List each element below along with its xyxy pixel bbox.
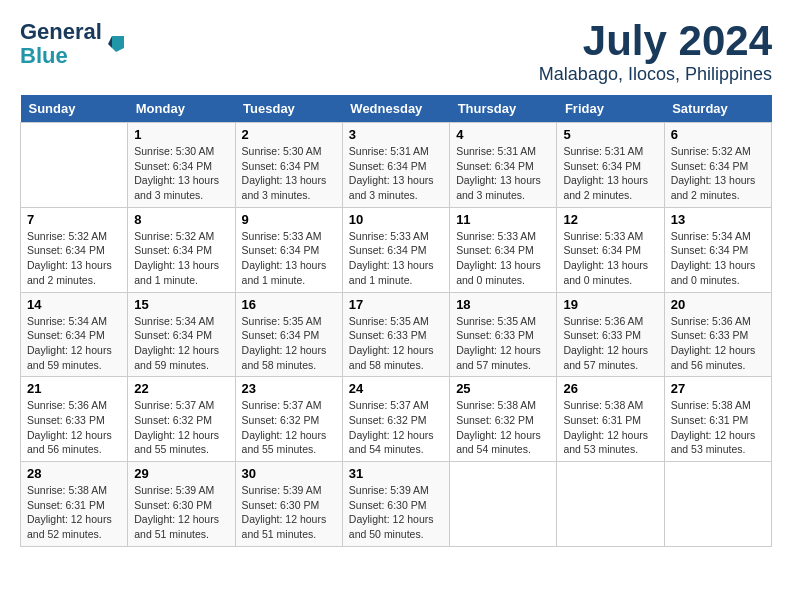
page-header: GeneralBlue July 2024 Malabago, Ilocos, … [20,20,772,85]
column-header-wednesday: Wednesday [342,95,449,123]
calendar-cell: 17Sunrise: 5:35 AM Sunset: 6:33 PM Dayli… [342,292,449,377]
title-section: July 2024 Malabago, Ilocos, Philippines [539,20,772,85]
calendar-cell: 1Sunrise: 5:30 AM Sunset: 6:34 PM Daylig… [128,123,235,208]
calendar-cell: 23Sunrise: 5:37 AM Sunset: 6:32 PM Dayli… [235,377,342,462]
week-row: 7Sunrise: 5:32 AM Sunset: 6:34 PM Daylig… [21,207,772,292]
calendar-cell: 13Sunrise: 5:34 AM Sunset: 6:34 PM Dayli… [664,207,771,292]
day-number: 17 [349,297,443,312]
calendar-cell: 10Sunrise: 5:33 AM Sunset: 6:34 PM Dayli… [342,207,449,292]
calendar-cell: 3Sunrise: 5:31 AM Sunset: 6:34 PM Daylig… [342,123,449,208]
day-number: 30 [242,466,336,481]
day-number: 25 [456,381,550,396]
calendar-cell [557,462,664,547]
day-number: 4 [456,127,550,142]
day-number: 16 [242,297,336,312]
day-info: Sunrise: 5:37 AM Sunset: 6:32 PM Dayligh… [134,398,228,457]
calendar-cell: 25Sunrise: 5:38 AM Sunset: 6:32 PM Dayli… [450,377,557,462]
calendar-cell: 2Sunrise: 5:30 AM Sunset: 6:34 PM Daylig… [235,123,342,208]
day-info: Sunrise: 5:33 AM Sunset: 6:34 PM Dayligh… [349,229,443,288]
day-number: 19 [563,297,657,312]
day-info: Sunrise: 5:30 AM Sunset: 6:34 PM Dayligh… [134,144,228,203]
calendar-cell [450,462,557,547]
calendar-cell: 7Sunrise: 5:32 AM Sunset: 6:34 PM Daylig… [21,207,128,292]
day-info: Sunrise: 5:34 AM Sunset: 6:34 PM Dayligh… [134,314,228,373]
calendar-cell: 12Sunrise: 5:33 AM Sunset: 6:34 PM Dayli… [557,207,664,292]
day-info: Sunrise: 5:31 AM Sunset: 6:34 PM Dayligh… [349,144,443,203]
calendar-table: SundayMondayTuesdayWednesdayThursdayFrid… [20,95,772,547]
column-header-sunday: Sunday [21,95,128,123]
calendar-cell: 16Sunrise: 5:35 AM Sunset: 6:34 PM Dayli… [235,292,342,377]
day-info: Sunrise: 5:37 AM Sunset: 6:32 PM Dayligh… [242,398,336,457]
day-info: Sunrise: 5:38 AM Sunset: 6:31 PM Dayligh… [671,398,765,457]
day-info: Sunrise: 5:31 AM Sunset: 6:34 PM Dayligh… [456,144,550,203]
calendar-cell: 27Sunrise: 5:38 AM Sunset: 6:31 PM Dayli… [664,377,771,462]
day-number: 6 [671,127,765,142]
day-info: Sunrise: 5:32 AM Sunset: 6:34 PM Dayligh… [27,229,121,288]
day-number: 8 [134,212,228,227]
logo: GeneralBlue [20,20,128,68]
day-number: 12 [563,212,657,227]
day-info: Sunrise: 5:35 AM Sunset: 6:33 PM Dayligh… [456,314,550,373]
header-row: SundayMondayTuesdayWednesdayThursdayFrid… [21,95,772,123]
day-info: Sunrise: 5:35 AM Sunset: 6:34 PM Dayligh… [242,314,336,373]
svg-marker-1 [108,36,112,48]
day-number: 24 [349,381,443,396]
day-number: 5 [563,127,657,142]
calendar-cell [664,462,771,547]
calendar-cell: 9Sunrise: 5:33 AM Sunset: 6:34 PM Daylig… [235,207,342,292]
day-info: Sunrise: 5:34 AM Sunset: 6:34 PM Dayligh… [27,314,121,373]
calendar-cell: 29Sunrise: 5:39 AM Sunset: 6:30 PM Dayli… [128,462,235,547]
day-number: 7 [27,212,121,227]
column-header-thursday: Thursday [450,95,557,123]
calendar-cell: 8Sunrise: 5:32 AM Sunset: 6:34 PM Daylig… [128,207,235,292]
day-info: Sunrise: 5:39 AM Sunset: 6:30 PM Dayligh… [134,483,228,542]
day-number: 31 [349,466,443,481]
day-number: 10 [349,212,443,227]
day-number: 18 [456,297,550,312]
calendar-cell: 22Sunrise: 5:37 AM Sunset: 6:32 PM Dayli… [128,377,235,462]
column-header-saturday: Saturday [664,95,771,123]
day-number: 15 [134,297,228,312]
calendar-cell: 11Sunrise: 5:33 AM Sunset: 6:34 PM Dayli… [450,207,557,292]
day-info: Sunrise: 5:34 AM Sunset: 6:34 PM Dayligh… [671,229,765,288]
logo-text: GeneralBlue [20,20,102,68]
day-number: 26 [563,381,657,396]
day-number: 2 [242,127,336,142]
logo-icon [104,32,128,56]
calendar-cell [21,123,128,208]
calendar-cell: 15Sunrise: 5:34 AM Sunset: 6:34 PM Dayli… [128,292,235,377]
calendar-cell: 20Sunrise: 5:36 AM Sunset: 6:33 PM Dayli… [664,292,771,377]
day-number: 21 [27,381,121,396]
column-header-tuesday: Tuesday [235,95,342,123]
calendar-cell: 18Sunrise: 5:35 AM Sunset: 6:33 PM Dayli… [450,292,557,377]
day-info: Sunrise: 5:36 AM Sunset: 6:33 PM Dayligh… [563,314,657,373]
day-number: 20 [671,297,765,312]
day-number: 22 [134,381,228,396]
day-number: 1 [134,127,228,142]
day-number: 14 [27,297,121,312]
calendar-cell: 24Sunrise: 5:37 AM Sunset: 6:32 PM Dayli… [342,377,449,462]
day-info: Sunrise: 5:39 AM Sunset: 6:30 PM Dayligh… [349,483,443,542]
week-row: 21Sunrise: 5:36 AM Sunset: 6:33 PM Dayli… [21,377,772,462]
day-number: 27 [671,381,765,396]
calendar-cell: 5Sunrise: 5:31 AM Sunset: 6:34 PM Daylig… [557,123,664,208]
day-number: 23 [242,381,336,396]
calendar-cell: 14Sunrise: 5:34 AM Sunset: 6:34 PM Dayli… [21,292,128,377]
week-row: 28Sunrise: 5:38 AM Sunset: 6:31 PM Dayli… [21,462,772,547]
day-number: 3 [349,127,443,142]
calendar-cell: 31Sunrise: 5:39 AM Sunset: 6:30 PM Dayli… [342,462,449,547]
calendar-cell: 28Sunrise: 5:38 AM Sunset: 6:31 PM Dayli… [21,462,128,547]
day-info: Sunrise: 5:33 AM Sunset: 6:34 PM Dayligh… [563,229,657,288]
calendar-cell: 6Sunrise: 5:32 AM Sunset: 6:34 PM Daylig… [664,123,771,208]
svg-marker-0 [112,36,124,52]
day-number: 13 [671,212,765,227]
calendar-cell: 30Sunrise: 5:39 AM Sunset: 6:30 PM Dayli… [235,462,342,547]
day-info: Sunrise: 5:38 AM Sunset: 6:31 PM Dayligh… [27,483,121,542]
day-number: 29 [134,466,228,481]
column-header-monday: Monday [128,95,235,123]
day-info: Sunrise: 5:32 AM Sunset: 6:34 PM Dayligh… [671,144,765,203]
week-row: 14Sunrise: 5:34 AM Sunset: 6:34 PM Dayli… [21,292,772,377]
month-title: July 2024 [539,20,772,62]
day-info: Sunrise: 5:39 AM Sunset: 6:30 PM Dayligh… [242,483,336,542]
day-info: Sunrise: 5:38 AM Sunset: 6:32 PM Dayligh… [456,398,550,457]
